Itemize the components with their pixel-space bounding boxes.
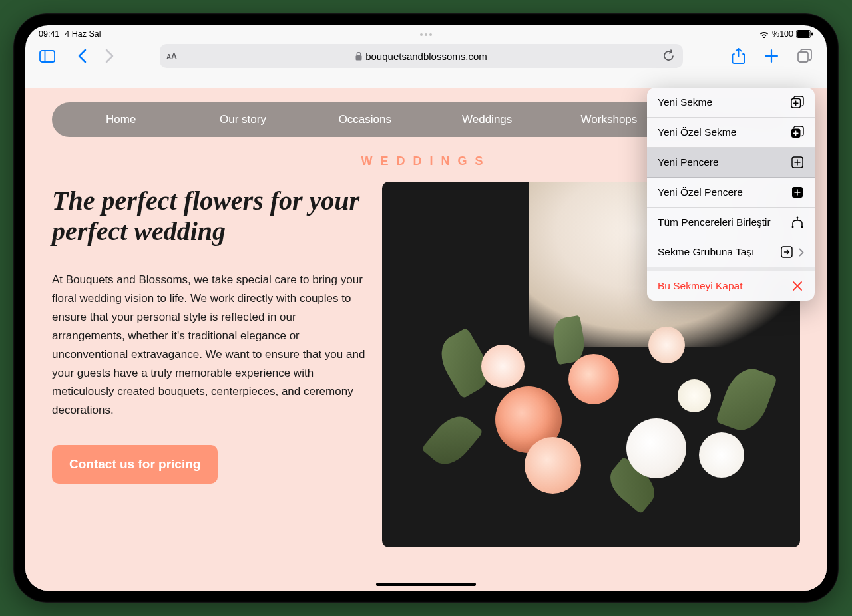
svg-rect-2 — [811, 32, 813, 35]
nav-our-story[interactable]: Our story — [182, 102, 304, 137]
new-private-window-icon — [791, 186, 804, 199]
svg-rect-8 — [798, 52, 808, 62]
reload-button[interactable] — [663, 49, 675, 63]
menu-new-tab[interactable]: Yeni Sekme — [647, 88, 815, 118]
forward-button — [100, 46, 120, 66]
svg-rect-5 — [356, 55, 362, 61]
ipad-frame: 09:41 4 Haz Sal %100 — [13, 13, 839, 603]
menu-new-private-window[interactable]: Yeni Özel Pencere — [647, 178, 815, 208]
svg-rect-1 — [797, 31, 810, 37]
menu-close-tab[interactable]: Bu Sekmeyi Kapat — [647, 267, 815, 301]
new-window-icon — [791, 156, 804, 169]
reader-aa-button[interactable]: AA — [166, 51, 177, 61]
page-headline: The perfect flowers for your perfect wed… — [52, 186, 366, 247]
svg-point-22 — [801, 226, 803, 228]
new-tab-icon — [791, 96, 804, 109]
battery-icon — [796, 30, 813, 38]
screen: 09:41 4 Haz Sal %100 — [25, 25, 827, 591]
svg-point-23 — [797, 217, 799, 219]
tab-context-menu: Yeni Sekme Yeni Özel Sekme Yeni Pencere … — [647, 88, 815, 301]
back-button[interactable] — [72, 46, 92, 66]
menu-move-to-group[interactable]: Sekme Grubuna Taşı — [647, 237, 815, 267]
page-body: At Bouquets and Blossoms, we take specia… — [52, 271, 366, 420]
lock-icon — [355, 52, 362, 61]
address-bar[interactable]: AA bouquetsandblossoms.com — [160, 44, 683, 68]
svg-rect-3 — [40, 51, 55, 62]
nav-occasions[interactable]: Occasions — [304, 102, 426, 137]
wifi-icon — [759, 30, 769, 38]
status-bar: 09:41 4 Haz Sal %100 — [25, 25, 827, 40]
status-date: 4 Haz Sal — [65, 29, 101, 39]
move-to-group-icon — [780, 245, 793, 259]
merge-icon — [791, 216, 804, 229]
battery-label: %100 — [772, 29, 793, 39]
nav-home[interactable]: Home — [60, 102, 182, 137]
new-tab-button[interactable] — [761, 46, 781, 66]
nav-weddings[interactable]: Weddings — [426, 102, 548, 137]
home-indicator[interactable] — [376, 583, 476, 586]
safari-toolbar: AA bouquetsandblossoms.com — [25, 40, 827, 73]
svg-point-21 — [792, 226, 794, 228]
contact-button[interactable]: Contact us for pricing — [52, 445, 218, 484]
multitask-dots[interactable] — [420, 33, 432, 36]
menu-new-window[interactable]: Yeni Pencere — [647, 148, 815, 178]
share-button[interactable] — [728, 46, 748, 66]
new-private-tab-icon — [791, 126, 804, 139]
tabs-button[interactable] — [795, 46, 815, 66]
status-time: 09:41 — [39, 29, 59, 39]
url-text: bouquetsandblossoms.com — [365, 51, 487, 62]
close-icon — [791, 279, 804, 293]
menu-new-private-tab[interactable]: Yeni Özel Sekme — [647, 118, 815, 148]
sidebar-button[interactable] — [37, 46, 57, 66]
menu-merge-windows[interactable]: Tüm Pencereleri Birleştir — [647, 208, 815, 237]
chevron-right-icon — [799, 248, 804, 257]
